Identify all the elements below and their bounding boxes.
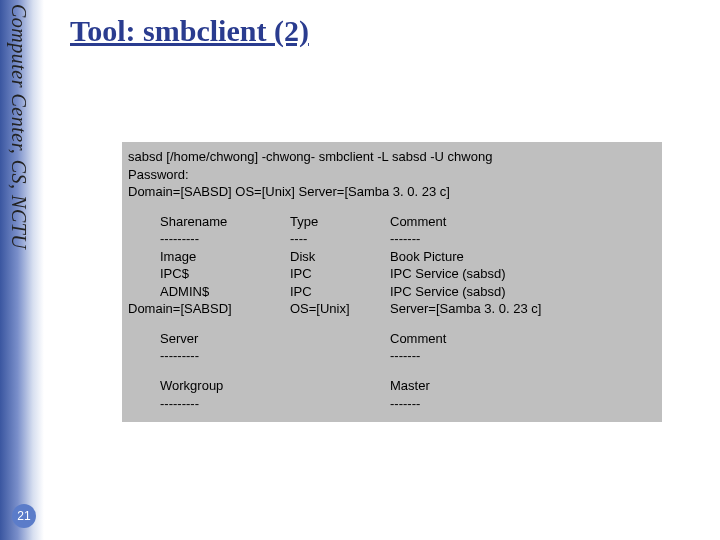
terminal-output: sabsd [/home/chwong] -chwong- smbclient … [122,142,662,422]
divider: ------- [390,347,656,365]
share-type: IPC [290,283,390,301]
server-header: Comment [390,330,656,348]
divider: --------- [160,347,290,365]
terminal-line: Domain=[SABSD] OS=[Unix] Server=[Samba 3… [128,183,656,201]
share-header: Comment [390,213,656,231]
page-title: Tool: smbclient (2) [70,14,309,48]
domain-seg: OS=[Unix] [290,300,390,318]
share-comment: Book Picture [390,248,656,266]
domain-seg: Domain=[SABSD] [128,300,290,318]
share-row: IPC$ IPC IPC Service (sabsd) [128,265,656,283]
divider: --------- [160,395,290,413]
share-row: ADMIN$ IPC IPC Service (sabsd) [128,283,656,301]
share-header: Sharename [160,213,290,231]
divider: ------- [390,230,656,248]
share-name: IPC$ [160,265,290,283]
workgroup-header: Workgroup Master [128,377,656,395]
server-divider: --------- ------- [128,347,656,365]
workgroup-header: Workgroup [160,377,290,395]
divider: ------- [390,395,656,413]
divider: --------- [160,230,290,248]
share-header: Type [290,213,390,231]
workgroup-header: Master [390,377,656,395]
share-name: ADMIN$ [160,283,290,301]
terminal-line: Password: [128,166,656,184]
share-comment: IPC Service (sabsd) [390,265,656,283]
workgroup-divider: --------- ------- [128,395,656,413]
domain-seg: Server=[Samba 3. 0. 23 c] [390,300,656,318]
share-name: Image [160,248,290,266]
affiliation-label: Computer Center, CS, NCTU [7,4,30,249]
server-header: Server [160,330,290,348]
share-type: IPC [290,265,390,283]
share-comment: IPC Service (sabsd) [390,283,656,301]
share-header-row: Sharename Type Comment [128,213,656,231]
share-divider-row: --------- ---- ------- [128,230,656,248]
server-header: Server Comment [128,330,656,348]
page-number-badge: 21 [12,504,36,528]
server-header [290,330,390,348]
share-row: Image Disk Book Picture [128,248,656,266]
terminal-line: sabsd [/home/chwong] -chwong- smbclient … [128,148,656,166]
divider: ---- [290,230,390,248]
share-type: Disk [290,248,390,266]
domain-row: Domain=[SABSD] OS=[Unix] Server=[Samba 3… [128,300,656,318]
